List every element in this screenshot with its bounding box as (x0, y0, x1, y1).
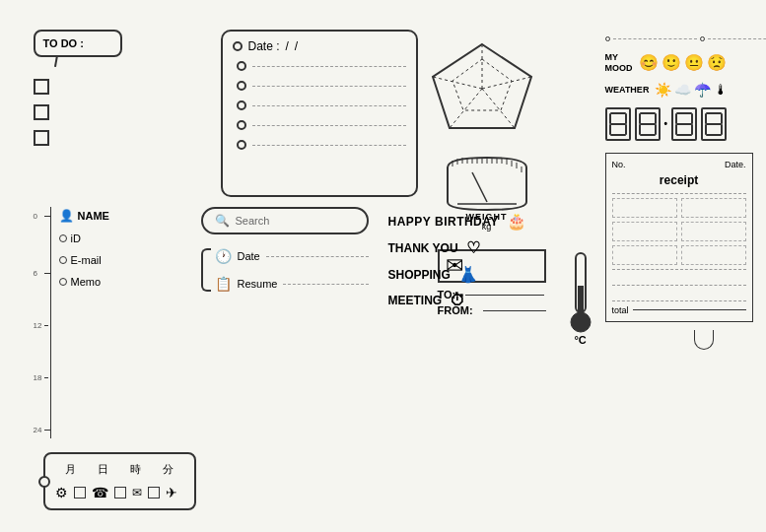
todo-checkbox-1[interactable] (34, 79, 49, 95)
date-item-2 (237, 81, 406, 91)
person-icon: 👤 (59, 209, 74, 223)
email-circle-icon (59, 256, 67, 264)
seg-bot-3 (676, 134, 692, 136)
date-line-5 (252, 145, 406, 146)
form-date-field: 🕐 Date (215, 248, 369, 264)
date-line-3 (252, 105, 406, 106)
svg-line-5 (433, 77, 482, 89)
label-meeting: MEETING ⏱ (388, 292, 595, 309)
seg-bl-3 (675, 124, 677, 135)
cloud-icon: ☁️ (674, 82, 691, 98)
receipt-body (612, 193, 746, 270)
tag-check-3[interactable] (148, 487, 160, 499)
date-section: Date : / / (221, 30, 418, 197)
temp-icon: 🌡 (714, 82, 728, 98)
seg-bl-4 (705, 124, 707, 135)
seg-top-2 (640, 112, 656, 114)
receipt-cell-3 (612, 222, 677, 241)
dotted-top-line (605, 34, 766, 42)
seg-tr-3 (691, 113, 693, 124)
clock-icon: 🕐 (215, 248, 232, 264)
receipt-cell-4 (681, 222, 746, 241)
memo-label: Memo (71, 276, 102, 288)
profile-col: 0 6 12 18 (34, 207, 191, 510)
sun-icon: ☀️ (655, 82, 671, 98)
meeting-text: MEETING (388, 294, 443, 307)
ruler-num-6: 6 (34, 269, 43, 278)
seg-digit-2 (635, 107, 661, 141)
face-very-sad: 😟 (707, 53, 727, 72)
ruler-space-1 (34, 225, 50, 264)
label-thankyou: THANK YOU ♡ (388, 238, 595, 257)
seg-br-4 (721, 124, 723, 135)
svg-line-4 (450, 89, 482, 128)
svg-marker-6 (453, 59, 512, 110)
weight-scale-svg (438, 153, 536, 212)
seg-bot-2 (640, 134, 656, 136)
profile-area: 0 6 12 18 (34, 207, 191, 438)
ruler-num-12: 12 (34, 321, 43, 330)
search-placeholder: Search (236, 215, 270, 227)
field-id: iD (59, 233, 109, 244)
receipt-cell-1 (612, 198, 677, 218)
tag-min: 分 (163, 462, 174, 477)
receipt-total-line (633, 309, 746, 310)
receipt-line-2 (612, 290, 746, 301)
todo-checkboxes (34, 79, 211, 146)
seg-top-1 (610, 112, 626, 114)
main-container: TO DO : Date : / / (19, 15, 748, 517)
receipt-no: No. (612, 160, 626, 169)
tag-check-2[interactable] (114, 487, 126, 499)
todo-label: TO DO : (43, 37, 84, 49)
todo-checkbox-3[interactable] (34, 130, 49, 146)
date-item-5 (237, 140, 406, 150)
ruler-tick-0 (44, 216, 50, 217)
seg-mid-4 (706, 123, 722, 125)
date-bullet-4 (237, 120, 246, 130)
birthday-icon: 🎂 (507, 212, 527, 231)
labels-col: HAPPY BIRTHDAY 🎂 THANK YOU ♡ SHOPPING 👗 … (379, 207, 595, 510)
search-bar[interactable]: 🔍 Search (201, 207, 369, 234)
date-line-1 (252, 66, 406, 67)
dot-small2-icon (700, 36, 705, 41)
receipt-title: receipt (612, 173, 746, 187)
seg-dot-1: • (664, 118, 668, 129)
dashed-connector2 (708, 38, 766, 39)
dress-icon: 👗 (458, 265, 478, 284)
weather-row: WEATHER ☀️ ☁️ ☂️ 🌡 (605, 82, 766, 98)
gear-icon: ⚙ (55, 485, 68, 500)
field-email: E-mail (59, 254, 109, 266)
date-item-3 (237, 100, 406, 110)
mail-small-icon: ✉ (132, 486, 142, 499)
ruler-mark-24: 24 (34, 421, 50, 438)
seg-tl-3 (675, 113, 677, 124)
date-circle-icon (233, 41, 243, 51)
seg-br-2 (655, 124, 657, 135)
date-bullet-2 (237, 81, 246, 91)
seg-tr-1 (625, 113, 627, 124)
seg-bl-1 (609, 124, 611, 135)
brace-icon (201, 248, 211, 292)
label-shopping: SHOPPING 👗 (388, 265, 595, 284)
tag-check-1[interactable] (74, 487, 86, 499)
todo-checkbox-2[interactable] (34, 104, 49, 120)
face-neutral: 🙂 (662, 53, 681, 72)
svg-line-22 (472, 172, 487, 202)
name-label: NAME (78, 210, 109, 222)
date-line-4 (252, 125, 406, 126)
form-date-line (266, 256, 369, 257)
seg-br-3 (691, 124, 693, 135)
mood-faces: 😊 🙂 😐 😟 (639, 53, 727, 72)
shopping-text: SHOPPING (388, 268, 451, 282)
tag-hole-icon (38, 476, 50, 488)
date-item-1 (237, 61, 406, 71)
date-label: Date : (248, 39, 280, 53)
dot-small-icon (605, 36, 610, 41)
date-line-2 (252, 86, 406, 87)
seg-mid-1 (610, 123, 626, 125)
todo-section: TO DO : (34, 30, 211, 197)
resume-icon: 📋 (215, 276, 232, 292)
mood-row: MY MOOD 😊 🙂 😐 😟 (605, 52, 766, 74)
ruler-num-0: 0 (34, 212, 43, 221)
date-slash2: / (295, 39, 298, 53)
